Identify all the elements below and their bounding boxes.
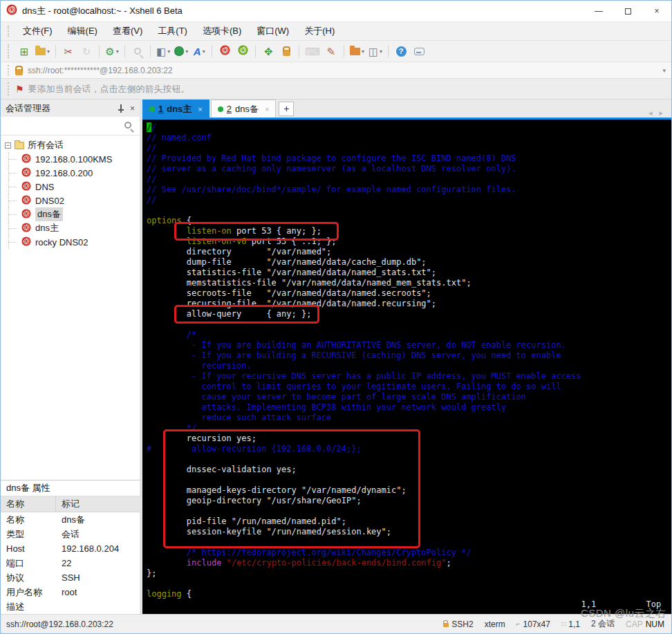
- xftp-app-button[interactable]: [234, 43, 251, 59]
- menu-item[interactable]: 编辑(E): [60, 22, 105, 40]
- session-tab-inactive[interactable]: 2dns备×: [211, 100, 277, 118]
- property-value: SSH: [56, 572, 80, 583]
- terminal-line: */: [147, 423, 671, 433]
- terminal-line: [147, 537, 671, 548]
- xshell-app-icon: [220, 45, 230, 58]
- property-row: 端口22: [1, 556, 140, 570]
- close-button[interactable]: ×: [642, 1, 671, 21]
- tab-close-icon[interactable]: ×: [198, 105, 202, 113]
- terminal-line: # allow-recursion {192.168.0.0/24;};: [147, 444, 671, 454]
- fullscreen-button[interactable]: ✥: [260, 43, 277, 59]
- compose-pane-button[interactable]: ◧▾: [155, 43, 171, 59]
- address-bar[interactable]: ssh://root:***********@192.168.0.203:22 …: [1, 62, 671, 78]
- dropdown-caret-icon[interactable]: ▾: [47, 48, 50, 55]
- dropdown-caret-icon[interactable]: ▾: [167, 48, 170, 55]
- session-label: DNS02: [35, 196, 64, 206]
- disconnect-button[interactable]: ✂: [60, 43, 77, 59]
- xshell-app-icon: [6, 4, 17, 18]
- dropdown-caret-icon[interactable]: ▾: [185, 48, 188, 55]
- tree-root-label: 所有会话: [28, 139, 64, 151]
- property-value: 192.168.0.204: [56, 543, 119, 554]
- session-item[interactable]: rocky DNS02: [1, 235, 140, 249]
- tab-scroll-left-icon[interactable]: ◂: [648, 109, 653, 118]
- tree-root-all-sessions[interactable]: − 所有会话: [1, 138, 140, 152]
- terminal-line: - If your recursive DNS server has a pub…: [147, 371, 671, 382]
- dropdown-caret-icon[interactable]: ▾: [380, 48, 382, 55]
- lock-screen-button[interactable]: [278, 43, 295, 59]
- open-session-folder-button[interactable]: ▾: [34, 43, 51, 59]
- menu-item[interactable]: 关于(H): [297, 22, 342, 40]
- session-tab-active[interactable]: 1dns主×: [142, 100, 209, 118]
- address-dropdown-icon[interactable]: ▾: [662, 67, 666, 74]
- terminal-screen[interactable]: //// named.conf//// Provided by Red Hat …: [142, 120, 671, 614]
- info-message: 要添加当前会话，点击左侧的箭头按钮。: [28, 83, 190, 95]
- tree-expander-icon[interactable]: −: [5, 142, 11, 149]
- search-icon: [124, 122, 131, 129]
- tile-layout-button[interactable]: ◫▾: [367, 43, 384, 59]
- address-grip: [8, 65, 10, 75]
- terminal-line: listen-on port 53 { any; };: [147, 226, 671, 236]
- maximize-button[interactable]: [613, 1, 642, 21]
- tab-scroll-right-icon[interactable]: ▸: [659, 109, 663, 118]
- feedback-button[interactable]: ▬: [411, 43, 427, 59]
- font-icon: A: [194, 46, 201, 57]
- session-icon: [21, 236, 31, 248]
- ssh-url[interactable]: ssh://root:***********@192.168.0.203:22: [28, 66, 662, 75]
- menu-item[interactable]: 窗口(W): [249, 22, 297, 40]
- session-item[interactable]: dns备: [1, 207, 140, 221]
- toolbar-separator: [55, 45, 56, 57]
- terminal-line: logging {: [147, 589, 671, 599]
- terminal-line: dnssec-validation yes;: [147, 465, 671, 475]
- xftp-app-icon: [238, 45, 248, 58]
- title-bar: dns主 - root@localhost:~ - Xshell 6 Beta …: [1, 1, 671, 21]
- encoding-globe-button[interactable]: ▾: [173, 43, 189, 59]
- status-numlock: NUM: [646, 619, 664, 629]
- tab-close-icon[interactable]: ×: [265, 105, 269, 113]
- property-label: 描述: [1, 601, 56, 613]
- tab-label: dns主: [167, 103, 192, 115]
- tile-layout-icon: ◫: [368, 46, 378, 57]
- session-search-box[interactable]: [1, 117, 140, 136]
- session-item[interactable]: dns主: [1, 221, 140, 235]
- session-properties-button[interactable]: ⚙▾: [104, 43, 120, 59]
- session-item[interactable]: 192.168.0.200: [1, 166, 140, 180]
- terminal-line: pid-file "/run/named/named.pid";: [147, 516, 671, 527]
- property-row: Host192.168.0.204: [1, 541, 140, 556]
- property-row: 用户名称root: [1, 585, 140, 599]
- highlight-pen-button[interactable]: ✎: [323, 43, 339, 59]
- tab-number: 1: [158, 104, 163, 114]
- dropdown-caret-icon[interactable]: ▾: [362, 48, 364, 55]
- property-label: 用户名称: [1, 586, 56, 599]
- session-item[interactable]: DNS: [1, 180, 140, 194]
- terminal-line: //: [147, 143, 671, 153]
- session-item[interactable]: 192.168.0.100KMS: [1, 152, 140, 166]
- pin-icon[interactable]: [118, 104, 124, 113]
- session-item[interactable]: DNS02: [1, 194, 140, 207]
- terminal-line: // See /usr/share/doc/bind*/sample/ for …: [147, 185, 671, 195]
- session-icon: [21, 209, 31, 221]
- toolbar-grip: [8, 44, 10, 58]
- terminal-line: //: [147, 122, 671, 133]
- connected-dot-icon: [218, 106, 223, 112]
- dropdown-caret-icon[interactable]: ▾: [116, 48, 119, 55]
- new-session-folder-button[interactable]: ▾: [348, 43, 366, 59]
- menu-item[interactable]: 选项卡(B): [195, 22, 249, 40]
- toolbar-separator: [255, 45, 256, 57]
- help-button[interactable]: ?: [393, 43, 409, 59]
- property-row: 名称dns备: [1, 512, 140, 527]
- session-label: dns备: [35, 207, 63, 221]
- menu-item[interactable]: 文件(F): [15, 22, 60, 40]
- panel-close-icon[interactable]: ×: [130, 104, 135, 113]
- menu-item[interactable]: 工具(T): [150, 22, 195, 40]
- new-session-button[interactable]: ⊞: [16, 43, 32, 59]
- minimize-button[interactable]: —: [584, 1, 613, 21]
- property-row: 描述: [1, 599, 140, 614]
- font-button[interactable]: A▾: [191, 43, 207, 59]
- xshell-app-button[interactable]: [216, 43, 233, 59]
- new-tab-button[interactable]: +: [279, 102, 294, 116]
- menu-item[interactable]: 查看(V): [105, 22, 150, 40]
- session-label: rocky DNS02: [35, 237, 88, 248]
- terminal-line: memstatistics-file "/var/named/data/name…: [147, 278, 671, 288]
- dropdown-caret-icon[interactable]: ▾: [203, 48, 205, 55]
- toolbar-separator: [99, 45, 100, 57]
